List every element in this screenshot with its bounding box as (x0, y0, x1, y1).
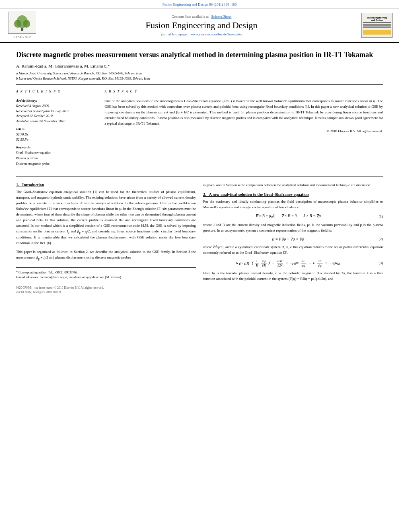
section1-para2: This paper is organized as follows: in S… (16, 249, 196, 261)
elsevier-tree-icon (12, 14, 32, 32)
info-divider-bottom (16, 169, 97, 169)
info-divider (16, 96, 97, 96)
section2-eq3-desc: Here Jφ is the toroidal plasma current d… (203, 271, 383, 282)
article-info-heading: A R T I C L E I N F O (16, 90, 97, 93)
article-title: Discrete magnetic probes measurement ver… (16, 50, 383, 60)
equation-3: R ∂ / ∂R ( 1 R ∂ψ ∂R ) + (203, 259, 383, 267)
abstract-heading: A B S T R A C T (105, 90, 383, 93)
homepage-url[interactable]: www.elsevier.com/locate/fusengdes (190, 32, 242, 36)
sciencedirect-link[interactable]: ScienceDirect (211, 14, 231, 18)
svg-point-2 (14, 20, 21, 28)
pacs-values: 52.70.Ds 52.55.Fa (16, 132, 97, 142)
elsevier-logo-image (8, 12, 36, 34)
pacs-label: PACS: (16, 127, 97, 131)
journal-name: Fusion Engineering and Design (146, 20, 257, 31)
footer-bottom: 0920-3796/$ – see front matter © 2010 El… (16, 284, 196, 290)
svg-rect-0 (21, 28, 23, 31)
equation-2: B = F∇φ + ∇ψ × ∇φ (2) (203, 237, 383, 241)
section1-title: 1. Introduction (16, 183, 196, 187)
abstract-divider (105, 96, 383, 96)
journal-logo-box: Fusion Engineeringand Design (361, 13, 393, 38)
journal-homepage: journal homepage: www.elsevier.com/locat… (161, 32, 242, 36)
article-info-abstract: A R T I C L E I N F O Article history: R… (16, 85, 383, 177)
corresponding-author: * Corresponding author. Tel.: +98 21 880… (16, 270, 196, 275)
issn-text: 0920-3796/$ – see front matter © 2010 El… (16, 286, 104, 290)
journal-citation: Fusion Engineering and Design 86 (2011) … (162, 2, 237, 6)
elsevier-text: ELSEVIER (13, 35, 31, 39)
section2-eq1-desc: where J and B are the current density an… (203, 222, 383, 234)
email-addresses: E-mail addresses: memami@aeoi.org.ir, ma… (16, 275, 196, 280)
affiliations: a Islamic Azad University, Science and R… (16, 71, 383, 81)
received-date: Received 4 August 2009 Received in revis… (16, 103, 97, 124)
body-content: 1. Introduction The Grad–Shafranov equat… (16, 177, 383, 294)
abstract-copyright: © 2010 Elsevier B.V. All rights reserved… (105, 129, 383, 133)
sciencedirect-line: Contents lists available at ScienceDirec… (172, 14, 232, 18)
article-authors: A. Rahimi-Rad a, M. Ghoranneviss a, M. E… (16, 64, 383, 68)
elsevier-logo: ELSEVIER (4, 12, 40, 39)
abstract-text: One of the analytical solutions to the i… (105, 99, 383, 127)
doi-text: doi:10.1016/j.fusengdes.2010.10.003 (16, 290, 196, 294)
section1-continued: is given, and in Section 4 the compariso… (203, 183, 383, 188)
abstract-column: A B S T R A C T One of the analytical so… (105, 90, 383, 172)
section2-intro: For the stationary and ideally conductin… (203, 199, 383, 210)
section1-para1: The Grad–Shafranov equation analytical s… (16, 189, 196, 246)
article-title-section: Discrete magnetic probes measurement ver… (16, 43, 383, 85)
journal-header: ELSEVIER Contents lists available at Sci… (0, 8, 399, 43)
article-content: Discrete magnetic probes measurement ver… (0, 43, 399, 294)
equation-1: ∇ × B = μ0J, ∇ × B = 0, J × B = ∇p (1) (203, 214, 383, 219)
keywords-list: Grad–Shafranov equation Plasma position … (16, 150, 97, 166)
affiliation-b: b Laser and Optics Research School, NSTR… (16, 76, 383, 81)
affiliation-a: a Islamic Azad University, Science and R… (16, 71, 383, 76)
footnotes: * Corresponding author. Tel.: +98 21 880… (16, 267, 196, 280)
section2-title: 2. A new analytical solution to the Grad… (203, 192, 383, 197)
svg-point-3 (23, 20, 30, 28)
eq1-number: (1) (373, 214, 383, 218)
eq2-number: (2) (373, 237, 383, 241)
journal-title-center: Contents lists available at ScienceDirec… (44, 12, 359, 39)
journal-logo-right: Fusion Engineeringand Design (359, 12, 395, 39)
article-history-label: Article history: (16, 99, 97, 103)
top-bar: Fusion Engineering and Design 86 (2011) … (0, 0, 399, 8)
keywords-label: Keywords: (16, 145, 97, 149)
body-right-column: is given, and in Section 4 the compariso… (203, 183, 383, 294)
article-info-column: A R T I C L E I N F O Article history: R… (16, 90, 97, 172)
section2-eq2-desc: where ∂/∂φ=0, and in a cylindrical coord… (203, 244, 383, 256)
body-left-column: 1. Introduction The Grad–Shafranov equat… (16, 183, 196, 294)
eq3-number: (3) (373, 261, 383, 265)
